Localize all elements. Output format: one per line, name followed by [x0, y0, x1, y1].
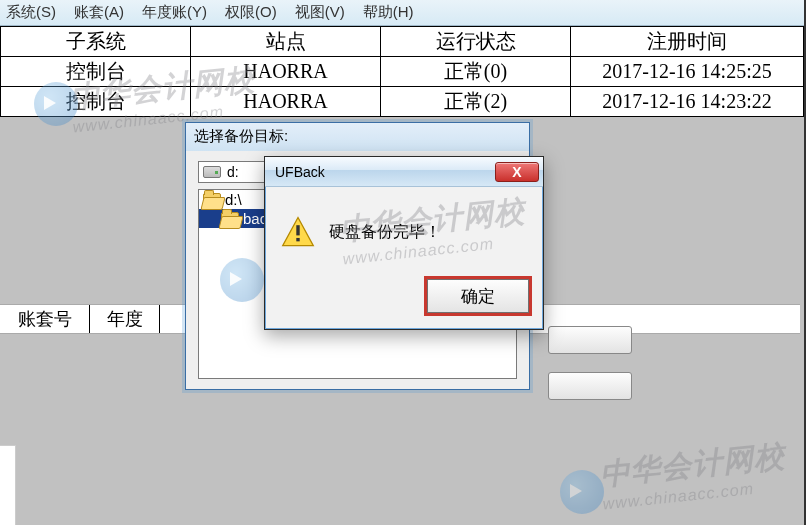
menu-year[interactable]: 年度账(Y) [142, 3, 207, 22]
watermark: 中华会计网校 www.chinaacc.com [597, 435, 788, 513]
app-window: 系统(S) 账套(A) 年度账(Y) 权限(O) 视图(V) 帮助(H) 子系统… [0, 0, 806, 525]
col-subsystem[interactable]: 子系统 [1, 27, 191, 57]
svg-rect-1 [296, 225, 299, 235]
table-row[interactable]: 控制台 HAORRA 正常(2) 2017-12-16 14:23:22 [1, 87, 804, 117]
hidden-button-2[interactable] [548, 372, 632, 400]
cell-subsystem: 控制台 [1, 57, 191, 87]
cell-site: HAORRA [191, 57, 381, 87]
menubar: 系统(S) 账套(A) 年度账(Y) 权限(O) 视图(V) 帮助(H) [0, 0, 804, 26]
drive-icon [203, 166, 221, 178]
msgbox-footer: 确定 [265, 271, 543, 329]
msgbox-body: 硬盘备份完毕！ [265, 187, 543, 271]
menu-account[interactable]: 账套(A) [74, 3, 124, 22]
col-site[interactable]: 站点 [191, 27, 381, 57]
drive-label: d: [227, 164, 239, 180]
menu-system[interactable]: 系统(S) [6, 3, 56, 22]
col-year[interactable]: 年度 [90, 305, 160, 333]
cell-status: 正常(0) [381, 57, 571, 87]
col-acct-no[interactable]: 账套号 [0, 305, 90, 333]
data-grid: 子系统 站点 运行状态 注册时间 控制台 HAORRA 正常(0) 2017-1… [0, 26, 804, 117]
col-regtime[interactable]: 注册时间 [571, 27, 804, 57]
cell-status: 正常(2) [381, 87, 571, 117]
menu-help[interactable]: 帮助(H) [363, 3, 414, 22]
cell-subsystem: 控制台 [1, 87, 191, 117]
msgbox-message: 硬盘备份完毕！ [329, 222, 441, 243]
msgbox-titlebar[interactable]: UFBack X [265, 157, 543, 187]
hidden-button-1[interactable] [548, 326, 632, 354]
col-status[interactable]: 运行状态 [381, 27, 571, 57]
cell-site: HAORRA [191, 87, 381, 117]
table-row[interactable]: 控制台 HAORRA 正常(0) 2017-12-16 14:25:25 [1, 57, 804, 87]
close-button[interactable]: X [495, 162, 539, 182]
svg-rect-2 [296, 238, 299, 241]
ufback-messagebox: UFBack X 硬盘备份完毕！ 确定 [264, 156, 544, 330]
ok-button[interactable]: 确定 [427, 279, 529, 313]
cell-regtime: 2017-12-16 14:25:25 [571, 57, 804, 87]
watermark-logo-icon [560, 470, 604, 514]
menu-auth[interactable]: 权限(O) [225, 3, 277, 22]
menu-view[interactable]: 视图(V) [295, 3, 345, 22]
backup-action-buttons [548, 326, 632, 400]
warning-icon [281, 215, 315, 249]
folder-open-icon [221, 212, 239, 225]
grid-header-row: 子系统 站点 运行状态 注册时间 [1, 27, 804, 57]
footer-strip [0, 445, 16, 525]
tree-root-label: d:\ [225, 191, 242, 208]
backup-window-title: 选择备份目标: [186, 123, 529, 151]
folder-open-icon [203, 193, 221, 206]
cell-regtime: 2017-12-16 14:23:22 [571, 87, 804, 117]
msgbox-title: UFBack [275, 164, 325, 180]
close-icon: X [512, 164, 521, 180]
